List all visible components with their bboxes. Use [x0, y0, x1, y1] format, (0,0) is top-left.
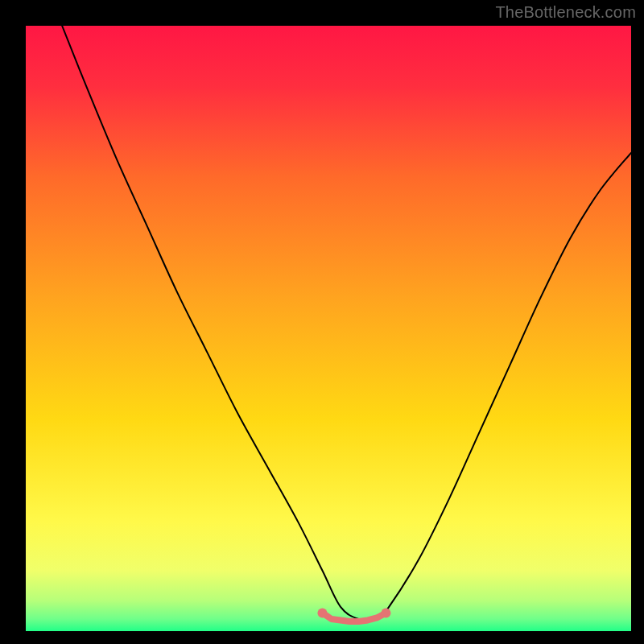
- gradient-background: [26, 26, 631, 631]
- chart-container: TheBottleneck.com: [0, 0, 644, 644]
- optimal-marker-dot: [381, 608, 390, 617]
- watermark-text: TheBottleneck.com: [495, 3, 636, 22]
- plot-area: [26, 26, 631, 631]
- chart-svg: [26, 26, 631, 631]
- optimal-marker-dot: [317, 608, 327, 617]
